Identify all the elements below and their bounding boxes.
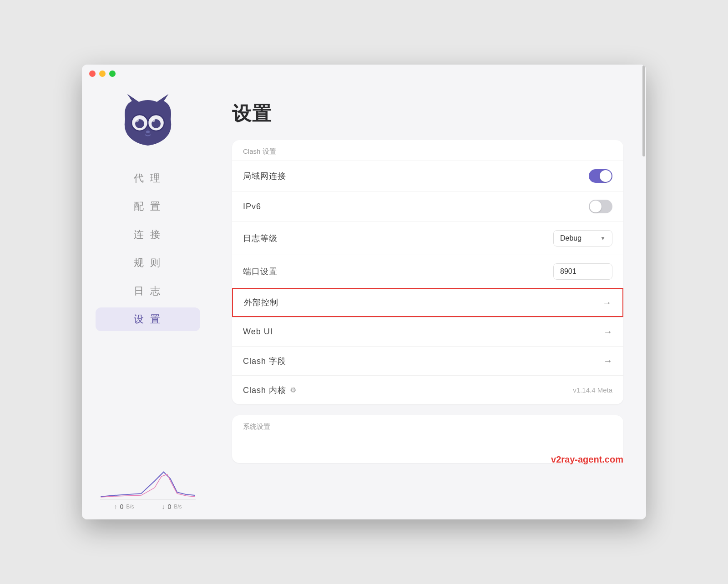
lan-label: 局域网连接 bbox=[243, 171, 286, 181]
content-area: 设置 Clash 设置 局域网连接 IPv6 bbox=[214, 83, 646, 519]
sidebar-item-config[interactable]: 配 置 bbox=[96, 195, 200, 218]
clash-section-label: Clash 设置 bbox=[232, 140, 623, 161]
ipv6-row: IPv6 bbox=[232, 191, 623, 222]
main-layout: 代 理 配 置 连 接 规 则 日 志 设 置 bbox=[82, 83, 646, 519]
web-ui-arrow-icon[interactable]: → bbox=[603, 327, 612, 337]
graph-stats: ↑ 0 B/s ↓ 0 B/s bbox=[100, 503, 196, 510]
gear-icon[interactable]: ⚙ bbox=[290, 386, 296, 394]
title-bar bbox=[82, 65, 646, 83]
download-unit: B/s bbox=[174, 503, 182, 510]
external-control-label: 外部控制 bbox=[244, 297, 278, 308]
sidebar-item-rules[interactable]: 规 则 bbox=[96, 251, 200, 275]
download-arrow-icon: ↓ bbox=[162, 503, 165, 510]
ipv6-toggle-knob bbox=[590, 201, 602, 212]
watermark: v2ray-agent.com bbox=[551, 454, 623, 465]
log-level-label: 日志等级 bbox=[243, 233, 278, 244]
minimize-button[interactable] bbox=[99, 70, 106, 77]
port-input[interactable]: 8901 bbox=[553, 263, 612, 280]
app-window: 代 理 配 置 连 接 规 则 日 志 设 置 bbox=[82, 65, 646, 519]
external-control-arrow-icon[interactable]: → bbox=[602, 297, 612, 308]
log-level-value: Debug bbox=[560, 234, 581, 242]
lan-toggle[interactable] bbox=[589, 169, 612, 183]
port-label: 端口设置 bbox=[243, 266, 278, 277]
system-section-label: 系统设置 bbox=[232, 415, 623, 436]
upload-stat: ↑ 0 B/s bbox=[114, 503, 134, 510]
scrollbar[interactable] bbox=[642, 83, 646, 519]
ipv6-label: IPv6 bbox=[243, 202, 261, 211]
external-control-row[interactable]: 外部控制 → bbox=[232, 288, 623, 317]
svg-point-9 bbox=[135, 118, 139, 122]
nav-items: 代 理 配 置 连 接 规 则 日 志 设 置 bbox=[82, 166, 214, 454]
lan-toggle-knob bbox=[600, 170, 612, 182]
traffic-lights bbox=[89, 70, 116, 77]
svg-point-8 bbox=[146, 131, 150, 133]
log-level-dropdown[interactable]: Debug ▼ bbox=[553, 230, 612, 247]
sidebar-item-logs[interactable]: 日 志 bbox=[96, 279, 200, 303]
graph-canvas bbox=[100, 463, 196, 499]
clash-core-label-container: Clash 内核 ⚙ bbox=[243, 385, 296, 396]
dropdown-arrow-icon: ▼ bbox=[600, 235, 606, 242]
upload-value: 0 bbox=[120, 503, 123, 510]
cat-logo-icon bbox=[116, 92, 180, 151]
sidebar-item-settings[interactable]: 设 置 bbox=[96, 307, 200, 331]
upload-arrow-icon: ↑ bbox=[114, 503, 117, 510]
upload-unit: B/s bbox=[126, 503, 134, 510]
network-graph: ↑ 0 B/s ↓ 0 B/s bbox=[96, 463, 200, 510]
clash-field-row[interactable]: Clash 字段 → bbox=[232, 346, 623, 375]
web-ui-row[interactable]: Web UI → bbox=[232, 317, 623, 346]
clash-settings-card: Clash 设置 局域网连接 IPv6 日志等级 bbox=[232, 140, 623, 404]
sidebar-item-proxy[interactable]: 代 理 bbox=[96, 166, 200, 190]
web-ui-label: Web UI bbox=[243, 327, 273, 337]
log-level-row: 日志等级 Debug ▼ bbox=[232, 222, 623, 255]
sidebar: 代 理 配 置 连 接 规 则 日 志 设 置 bbox=[82, 83, 214, 519]
scrollbar-thumb[interactable] bbox=[642, 83, 645, 156]
clash-field-arrow-icon[interactable]: → bbox=[603, 356, 612, 366]
lan-row: 局域网连接 bbox=[232, 161, 623, 191]
page-title: 设置 bbox=[232, 101, 623, 126]
close-button[interactable] bbox=[89, 70, 96, 77]
download-value: 0 bbox=[167, 503, 171, 510]
sidebar-item-connections[interactable]: 连 接 bbox=[96, 223, 200, 247]
clash-core-version: v1.14.4 Meta bbox=[573, 386, 612, 394]
maximize-button[interactable] bbox=[109, 70, 116, 77]
ipv6-toggle[interactable] bbox=[589, 200, 612, 213]
logo-container bbox=[116, 92, 180, 153]
download-stat: ↓ 0 B/s bbox=[162, 503, 182, 510]
clash-core-row: Clash 内核 ⚙ v1.14.4 Meta bbox=[232, 375, 623, 404]
clash-core-label: Clash 内核 bbox=[243, 385, 286, 396]
port-row: 端口设置 8901 bbox=[232, 255, 623, 288]
clash-field-label: Clash 字段 bbox=[243, 356, 286, 367]
svg-point-10 bbox=[152, 118, 155, 122]
